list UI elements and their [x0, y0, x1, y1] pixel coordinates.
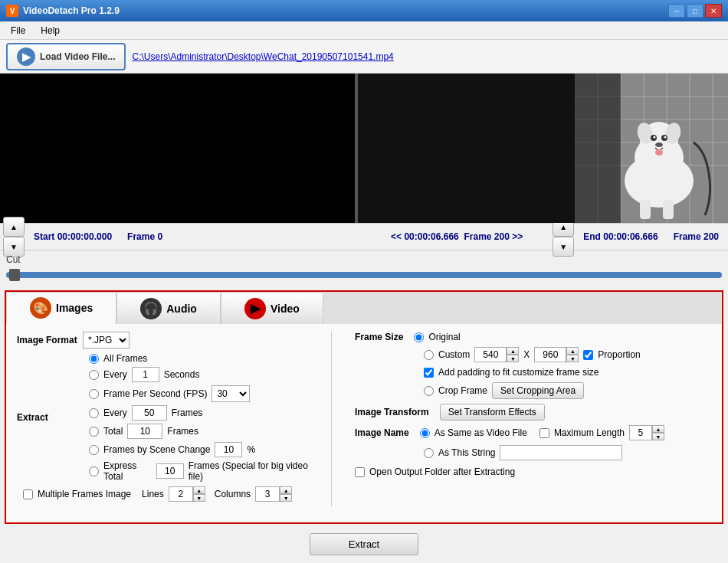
fps-radio[interactable] [89, 389, 99, 399]
minimize-button[interactable]: ─ [668, 4, 685, 18]
lines-label: Lines [142, 489, 164, 499]
lines-down[interactable]: ▼ [193, 494, 205, 502]
as-string-radio[interactable] [424, 448, 434, 458]
open-folder-label: Open Output Folder after Extracting [369, 466, 515, 477]
set-cropping-area-button[interactable]: Set Cropping Area [492, 382, 584, 399]
add-padding-row: Add padding to fit customize frame size [424, 367, 711, 378]
menu-file[interactable]: File [3, 24, 33, 38]
as-string-row: As This String [424, 445, 711, 460]
image-format-select[interactable]: *.JPG *.PNG *.BMP [83, 332, 130, 349]
add-padding-checkbox[interactable] [424, 368, 434, 378]
width-up[interactable]: ▲ [507, 347, 519, 355]
height-down[interactable]: ▼ [566, 355, 579, 362]
every-seconds-label: Seconds [164, 369, 200, 380]
app-title: VideoDetach Pro 1.2.9 [23, 5, 120, 16]
slider-track [6, 272, 722, 278]
set-transform-effects-button[interactable]: Set Transform Effects [440, 404, 545, 421]
every-frames-row: Every Frames [89, 405, 308, 421]
custom-radio[interactable] [424, 350, 434, 360]
slider-thumb[interactable] [9, 269, 20, 281]
total-prefix: Total [103, 426, 123, 437]
lines-input[interactable] [169, 486, 193, 502]
original-radio[interactable] [414, 332, 424, 342]
every-frames-radio[interactable] [89, 408, 99, 418]
total-frames-input[interactable] [127, 424, 162, 439]
max-length-down[interactable]: ▼ [652, 433, 664, 440]
scene-change-input[interactable] [215, 442, 242, 457]
tab-bar: 🎨 Images 🎧 Audio ▶ Video [6, 292, 722, 324]
scene-change-radio[interactable] [89, 445, 99, 455]
columns-down[interactable]: ▼ [280, 494, 292, 502]
total-frames-label: Frames [167, 426, 198, 437]
tab-video[interactable]: ▶ Video [221, 292, 323, 324]
maximize-button[interactable]: □ [687, 4, 703, 18]
width-down[interactable]: ▼ [507, 355, 519, 362]
tab-images[interactable]: 🎨 Images [6, 292, 116, 324]
height-up[interactable]: ▲ [566, 347, 579, 355]
open-folder-checkbox[interactable] [355, 467, 365, 477]
tab-audio[interactable]: 🎧 Audio [116, 292, 221, 324]
columns-up[interactable]: ▲ [280, 486, 292, 494]
total-frames-radio[interactable] [89, 427, 99, 437]
express-total-radio[interactable] [89, 466, 99, 476]
express-total-label: Express Total [103, 460, 152, 482]
tab-content-images: Image Format *.JPG *.PNG *.BMP Extract A… [6, 324, 722, 514]
svg-point-20 [655, 142, 663, 147]
custom-label: Custom [438, 349, 470, 360]
total-frames-row: Total Frames [89, 424, 308, 439]
frame-size-row: Frame Size Original [355, 332, 711, 342]
controls-bar: ▲ ▼ Start 00:00:00.000 Frame 0 << 00:00:… [0, 223, 728, 250]
crop-frame-radio[interactable] [424, 386, 434, 396]
fps-select[interactable]: 3024151051 [212, 385, 250, 402]
svg-point-18 [654, 136, 656, 139]
close-button[interactable]: ✕ [705, 4, 722, 18]
toolbar: ▶ Load Video File... C:\Users\Administra… [0, 40, 728, 74]
video-preview-left [0, 74, 358, 223]
height-input[interactable] [534, 347, 566, 362]
size-x: X [523, 349, 530, 360]
express-total-row: Express Total Frames (Special for big vi… [89, 460, 308, 482]
images-tab-label: Images [56, 302, 93, 314]
scene-change-label: Frames by Scene Change [103, 444, 210, 455]
slider-container [6, 272, 722, 287]
max-length-up[interactable]: ▲ [652, 425, 664, 433]
start-time-up[interactable]: ▲ [3, 217, 25, 237]
fps-row: Frame Per Second (FPS) 3024151051 [89, 385, 308, 402]
same-as-video-radio[interactable] [420, 428, 430, 438]
every-frames-input[interactable] [132, 405, 167, 421]
every-seconds-radio[interactable] [89, 370, 99, 380]
columns-spin: ▲ ▼ [255, 486, 292, 502]
every-frames-label: Frames [172, 408, 203, 418]
express-total-input[interactable] [156, 463, 184, 479]
open-folder-row: Open Output Folder after Extracting [355, 466, 711, 477]
video-content [575, 74, 728, 223]
lines-up[interactable]: ▲ [193, 486, 205, 494]
max-length-checkbox[interactable] [539, 428, 549, 438]
proportion-label: Proportion [598, 349, 640, 360]
columns-input[interactable] [255, 486, 280, 502]
image-format-row: Image Format *.JPG *.PNG *.BMP [17, 332, 308, 349]
load-video-icon: ▶ [17, 47, 35, 66]
scene-change-pct: % [247, 444, 255, 455]
all-frames-radio[interactable] [89, 354, 99, 364]
extract-button[interactable]: Extract [310, 533, 418, 555]
audio-tab-icon: 🎧 [140, 298, 162, 319]
video-tab-label: Video [271, 303, 300, 315]
end-time-down[interactable]: ▼ [553, 237, 574, 257]
all-frames-row: All Frames [89, 353, 308, 364]
proportion-checkbox[interactable] [583, 350, 593, 360]
as-string-input[interactable] [500, 445, 622, 460]
load-video-button[interactable]: ▶ Load Video File... [6, 43, 126, 70]
max-length-label: Maximum Length [554, 427, 625, 438]
max-length-input[interactable] [629, 425, 652, 440]
multiple-frames-checkbox[interactable] [23, 489, 33, 499]
every-seconds-input[interactable]: 1 [132, 367, 159, 382]
all-frames-label: All Frames [103, 353, 147, 364]
crop-frame-label: Crop Frame [438, 385, 487, 396]
height-spin: ▲ ▼ [534, 347, 579, 362]
audio-tab-label: Audio [166, 303, 197, 315]
menu-help[interactable]: Help [33, 24, 67, 38]
svg-rect-23 [663, 200, 674, 219]
panel-divider [331, 332, 332, 506]
width-input[interactable] [474, 347, 507, 362]
